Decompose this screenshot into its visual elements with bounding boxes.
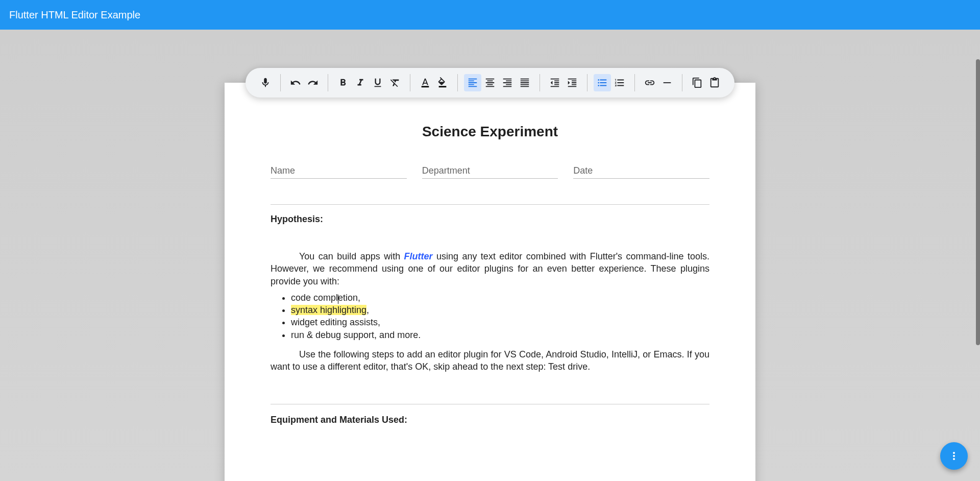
document-page[interactable]: Science Experiment Name Department Date … [225,83,755,481]
more-vert-icon [948,450,960,462]
toolbar-separator [410,74,410,91]
scrollbar-thumb[interactable] [976,59,980,345]
para1-pre: You can build apps with [299,251,404,261]
indent-decrease-icon[interactable] [546,74,564,91]
paragraph-1[interactable]: You can build apps with Flutterusing any… [271,250,709,287]
text-cursor [338,295,338,304]
horizontal-rule-icon[interactable] [658,74,676,91]
svg-rect-2 [664,82,671,83]
document-title: Science Experiment [271,124,709,140]
flutter-word: Flutter [404,251,433,261]
b1b: etion, [338,293,360,303]
app-bar: Flutter HTML Editor Example [0,0,980,30]
scrollbar-track[interactable] [976,59,980,481]
paste-icon[interactable] [706,74,723,91]
hypothesis-heading: Hypothesis: [271,214,709,225]
toolbar-separator [682,74,682,91]
align-right-icon[interactable] [499,74,516,91]
department-field[interactable]: Department [422,165,558,179]
bullet-item-2[interactable]: syntax highlighting, [291,304,709,316]
highlight-color-icon[interactable] [434,74,451,91]
b1a: code compl [291,293,338,303]
fields-row: Name Department Date [271,165,709,179]
date-field[interactable]: Date [573,165,709,179]
toolbar-separator [634,74,635,91]
toolbar-separator [540,74,540,91]
underline-icon[interactable] [369,74,386,91]
fab-button[interactable] [940,442,968,470]
toolbar-separator [328,74,328,91]
divider [271,204,709,205]
bullet-item-1[interactable]: code completion, [291,292,709,304]
mic-icon[interactable] [257,74,274,91]
toolbar-separator [457,74,458,91]
copy-icon[interactable] [689,74,706,91]
paragraph-2[interactable]: Use the following steps to add an editor… [271,348,709,373]
align-center-icon[interactable] [481,74,499,91]
editor-toolbar [246,68,734,98]
align-justify-icon[interactable] [516,74,533,91]
name-field[interactable]: Name [271,165,407,179]
toolbar-separator [587,74,587,91]
link-icon[interactable] [641,74,658,91]
bold-icon[interactable] [334,74,352,91]
toolbar-separator [280,74,281,91]
svg-rect-0 [422,86,429,87]
align-left-icon[interactable] [464,74,481,91]
bullet-list-icon[interactable] [594,74,611,91]
divider [271,404,709,404]
indent-increase-icon[interactable] [564,74,581,91]
svg-rect-1 [439,86,447,87]
main-area: Science Experiment Name Department Date … [0,30,980,481]
bullet-list[interactable]: code completion, syntax highlighting, wi… [291,292,709,341]
numbered-list-icon[interactable] [611,74,628,91]
redo-icon[interactable] [304,74,322,91]
bullet-item-4[interactable]: run & debug support, and more. [291,329,709,341]
equipment-heading: Equipment and Materials Used: [271,415,709,425]
text-color-icon[interactable] [416,74,434,91]
clear-format-icon[interactable] [386,74,404,91]
bullet-item-3[interactable]: widget editing assists, [291,316,709,328]
undo-icon[interactable] [287,74,304,91]
b2b: , [366,305,369,315]
highlighted-text: syntax highlighting [291,305,366,315]
app-bar-title: Flutter HTML Editor Example [9,9,140,21]
italic-icon[interactable] [352,74,369,91]
